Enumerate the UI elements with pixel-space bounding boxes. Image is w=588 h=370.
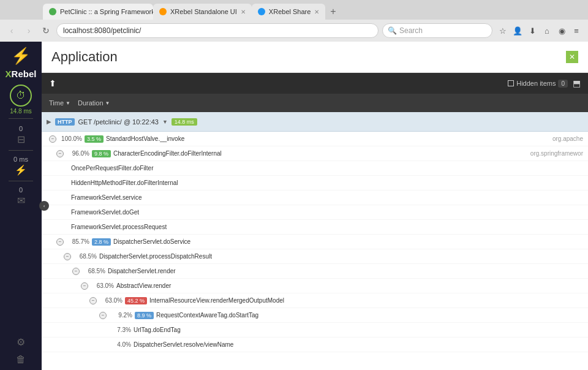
account-icon[interactable]: 👤 [511,24,524,37]
search-bar[interactable]: 🔍 Search [382,23,492,38]
stat-errors-value: 0 [19,186,23,194]
row7-method: DispatcherServlet.doService [113,238,190,245]
row1-org: org.springframewor [530,150,588,157]
row10-expand[interactable]: − [81,282,88,290]
sidebar-collapse-button[interactable]: ‹ [39,201,49,211]
table-row: − 85.7% 2.8 % DispatcherServlet.doServic… [42,235,588,249]
xrebel-logo-icon: ⚡ [11,47,31,66]
hidden-checkbox[interactable] [508,80,514,86]
forward-button[interactable]: › [22,24,36,37]
table-row: − 96.0% 9.8 % CharacterEncodingFilter.do… [42,146,588,161]
tab-share[interactable]: XRebel Share ✕ [252,4,326,20]
trash-icon[interactable]: 🗑 [16,354,26,365]
refresh-button[interactable]: ↻ [39,24,53,37]
stat-ms-value: 0 ms [13,156,28,163]
table-row: − 100.0% 3.5 % StandardHostValve.__invok… [42,132,588,146]
export-button[interactable]: ⬒ [573,78,581,88]
row9-method: DispatcherServlet.render [108,268,176,274]
tab-favicon-petclinic [49,8,56,15]
trace-header-expand[interactable]: ▶ [47,118,51,125]
row9-expand[interactable]: − [72,268,80,275]
profile-icon[interactable]: ◉ [555,24,568,37]
tab-petclinic[interactable]: PetClinic :: a Spring Framework de... ✕ [43,4,153,20]
row10-method: AbstractView.render [116,282,171,289]
trace-header-duration: 14.8 ms [172,118,197,126]
url-bar[interactable]: localhost:8080/petclinic/ [56,23,379,38]
hidden-count-badge: 0 [558,80,568,88]
row1-expand[interactable]: − [56,150,64,157]
hidden-items-control: Hidden items 0 [508,80,568,88]
search-icon: 🔍 [388,26,397,35]
http-method-badge: HTTP [55,118,75,126]
hidden-items-label: Hidden items [516,80,556,87]
row0-badge: 3.5 % [85,135,104,143]
gear-icon[interactable]: ⚙ [17,336,25,348]
bookmark-icon[interactable]: ☆ [496,24,510,37]
row7-pct: 85.7% [66,238,89,245]
home-icon[interactable]: ⌂ [540,24,554,37]
tab-label-share: XRebel Share [269,8,311,15]
tab-label-petclinic: PetClinic :: a Spring Framework de... [60,8,153,15]
lightning-icon: ⚡ [15,164,27,176]
trace-header-dropdown[interactable]: ▼ [162,119,168,125]
timer-icon: ⏱ [16,90,26,101]
row13-pct: 7.3% [108,327,131,333]
table-row: − 68.5% DispatcherServlet.render [42,264,588,279]
close-app-button[interactable]: ✕ [566,51,578,63]
row5-method: FrameworkServlet.doGet [71,209,139,216]
row12-pct: 9.2% [109,312,132,319]
row14-pct: 4.0% [108,341,131,348]
duration-filter-button[interactable]: Duration ▼ [78,99,110,107]
app-title-text: Application [51,49,118,65]
row1-badge: 9.8 % [92,150,111,157]
menu-icon[interactable]: ≡ [570,24,583,37]
envelope-icon: ✉ [17,195,25,206]
chevron-left-icon: ‹ [43,203,45,209]
download-icon[interactable]: ⬇ [526,24,539,37]
main-content: Application ✕ ⬆ Hidden items 0 ⬒ Time ▼ [42,42,588,370]
sidebar-stat-ms: 0 ms ⚡ [13,156,28,176]
table-row: − 63.0% AbstractView.render [42,279,588,293]
row1-method: CharacterEncodingFilter.doFilterInternal [113,150,222,157]
browser-toolbar: ☆ 👤 ⬇ ⌂ ◉ ≡ [496,24,583,37]
url-text: localhost:8080/petclinic/ [63,26,141,35]
sidebar-divider-3 [9,181,33,181]
back-button[interactable]: ‹ [5,24,18,37]
row8-expand[interactable]: − [64,253,71,260]
time-filter-label: Time [49,99,64,107]
time-filter-button[interactable]: Time ▼ [49,99,70,107]
sidebar-divider-2 [9,150,33,151]
row7-expand[interactable]: − [56,238,64,246]
tab-close-share[interactable]: ✕ [314,9,319,15]
tab-xrebel[interactable]: XRebel Standalone UI ✕ [153,4,252,20]
table-row: OncePerRequestFilter.doFilter [42,161,588,176]
time-filter-arrow: ▼ [66,100,70,106]
new-tab-button[interactable]: + [325,4,341,20]
trace-header-row: ▶ HTTP GET /petclinic/ @ 10:22:43 ▼ 14.8… [42,112,588,132]
row12-badge: 8.9 % [135,312,154,319]
row7-badge: 2.8 % [92,238,111,246]
trace-header-path: GET /petclinic/ @ 10:22:43 [78,118,159,126]
row11-pct: 63.0% [99,297,123,304]
table-row: FrameworkServlet.service [42,191,588,205]
row14-method: DispatcherServlet.resolve/viewName [134,341,233,348]
tab-favicon-xrebel [159,8,167,15]
upload-button[interactable]: ⬆ [49,78,56,88]
sidebar-stat-errors: 0 ✉ [17,186,25,206]
sidebar-divider-1 [9,118,33,119]
row12-expand[interactable]: − [99,312,107,319]
sidebar-bottom: ⚙ 🗑 [16,335,26,365]
row0-method: StandardHostValve.__invoke [106,135,184,142]
trace-container: ▶ HTTP GET /petclinic/ @ 10:22:43 ▼ 14.8… [42,112,588,370]
stat-queries-value: 0 [19,125,23,132]
toolbar: ⬆ Hidden items 0 ⬒ [42,73,588,94]
table-row: − 68.5% DispatcherServlet.processDispatc… [42,249,588,264]
sidebar-stat-queries: 0 ⊟ [17,125,25,145]
address-bar: ‹ › ↻ localhost:8080/petclinic/ 🔍 Search… [0,20,588,42]
row11-expand[interactable]: − [89,297,97,304]
sidebar: ⚡ XRebel ⏱ 14.8 ms 0 ⊟ 0 ms ⚡ 0 ✉ ⚙ 🗑 ‹ [0,42,42,370]
tab-close-xrebel[interactable]: ✕ [241,9,246,15]
tab-label-xrebel: XRebel Standalone UI [170,8,237,15]
row0-expand[interactable]: − [49,135,56,143]
timer-value: 14.8 ms [10,108,32,115]
